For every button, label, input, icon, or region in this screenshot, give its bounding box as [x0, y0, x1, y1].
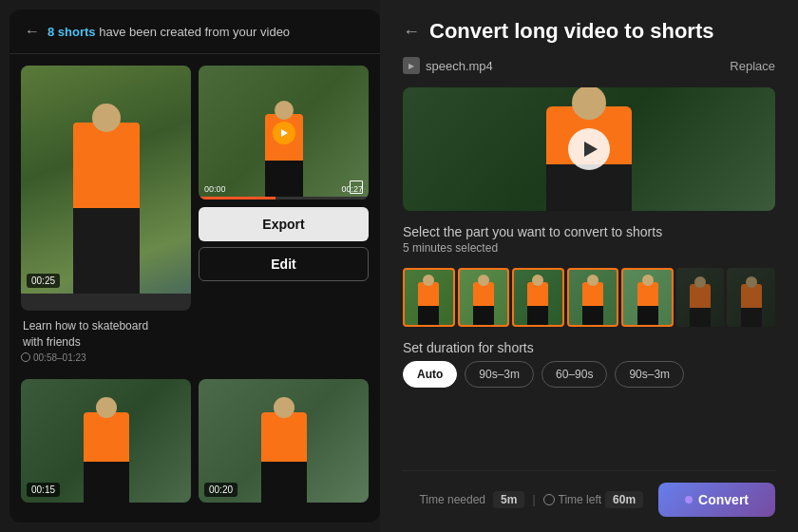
film-person-3 — [582, 282, 603, 325]
duration-60-90s[interactable]: 60–90s — [542, 361, 607, 388]
film-frame-2[interactable] — [512, 268, 564, 327]
time-left-value: 60m — [605, 491, 643, 508]
film-frame-4[interactable] — [621, 268, 674, 327]
film-frame-5[interactable] — [676, 268, 725, 327]
export-button[interactable]: Export — [199, 207, 369, 241]
right-header: ← Convert long video to shorts — [403, 19, 775, 44]
caption-area: Learn how to skateboardwith friends 00:5… — [21, 318, 191, 371]
right-panel: ← Convert long video to shorts ▶ speech.… — [380, 0, 798, 532]
time-left-info: Time left 60m — [543, 491, 644, 508]
timestamp-badge-2: 00:15 — [27, 483, 60, 497]
film-person-4 — [637, 282, 658, 325]
duration-90s3m-2[interactable]: 90s–3m — [615, 361, 684, 388]
thumb-bg-large: 00:25 — [21, 66, 191, 294]
caption-time: 00:58–01:23 — [21, 352, 191, 363]
time-left-label: Time left — [559, 493, 602, 506]
back-arrow-right[interactable]: ← — [403, 22, 420, 42]
film-person-1 — [473, 282, 494, 325]
duration-90s3m-1[interactable]: 90s–3m — [465, 361, 534, 388]
film-person-6 — [741, 284, 762, 327]
thumbnail-bottom-right[interactable]: 00:20 — [199, 379, 369, 503]
film-frame-0[interactable] — [403, 268, 455, 327]
fullscreen-icon[interactable] — [350, 180, 363, 194]
clock-icon — [21, 352, 30, 362]
person-head-top-right — [275, 101, 294, 120]
time-start: 00:00 — [204, 184, 226, 194]
back-arrow-left[interactable]: ← — [25, 23, 40, 40]
film-person-2 — [527, 282, 548, 325]
film-head-4 — [642, 275, 654, 286]
timestamp-badge-0: 00:25 — [27, 274, 60, 288]
convert-btn-dot — [685, 496, 693, 504]
convert-btn-label: Convert — [698, 492, 749, 507]
video-preview — [403, 87, 775, 211]
thumbnail-top-right[interactable]: 00:00 00:27 — [199, 66, 369, 200]
page-title: Convert long video to shorts — [429, 19, 713, 44]
file-name: speech.mp4 — [426, 59, 493, 73]
time-needed-label: Time needed — [419, 493, 485, 506]
person-silhouette-large — [73, 123, 140, 294]
film-frame-3[interactable] — [567, 268, 619, 327]
duration-section: Set duration for shorts Auto 90s–3m 60–9… — [403, 340, 775, 388]
clock-icon-right — [543, 494, 555, 505]
person-head-bottom-right — [274, 397, 294, 418]
person-bottom-right — [261, 412, 307, 503]
thumbnail-large[interactable]: 00:25 — [21, 66, 191, 311]
film-head-0 — [423, 275, 434, 286]
header-suffix: have been created from your video — [99, 25, 290, 39]
header-text: 8 shorts have been created from your vid… — [48, 25, 290, 39]
play-btn-top-right[interactable] — [273, 122, 295, 144]
duration-auto[interactable]: Auto — [403, 361, 457, 388]
film-frame-1[interactable] — [458, 268, 510, 327]
time-info: Time needed 5m | Time left 60m — [419, 491, 643, 508]
edit-button[interactable]: Edit — [199, 247, 369, 281]
time-range-display: 00:00 00:27 — [204, 184, 363, 194]
shorts-count: 8 shorts — [48, 25, 96, 39]
time-needed-value: 5m — [493, 491, 524, 508]
replace-button[interactable]: Replace — [730, 59, 775, 73]
duration-options: Auto 90s–3m 60–90s 90s–3m — [403, 361, 775, 388]
thumb-actions: Export Edit — [199, 207, 369, 311]
video-play-button[interactable] — [568, 128, 610, 170]
bottom-bar: Time needed 5m | Time left 60m Convert — [403, 470, 775, 517]
film-head-5 — [694, 276, 706, 288]
select-label: Select the part you want to convert to s… — [403, 224, 775, 239]
left-panel: ← 8 shorts have been created from your v… — [10, 10, 380, 522]
selected-text: 5 minutes selected — [403, 241, 775, 255]
file-row: ▶ speech.mp4 Replace — [403, 57, 775, 74]
left-header: ← 8 shorts have been created from your v… — [10, 10, 380, 54]
film-frame-6[interactable] — [727, 268, 775, 327]
film-head-6 — [746, 276, 757, 288]
filmstrip[interactable] — [403, 268, 775, 327]
file-icon: ▶ — [403, 57, 420, 74]
film-head-1 — [478, 275, 489, 286]
person-head-large — [92, 104, 121, 132]
video-person-head — [572, 87, 606, 120]
thumbnail-grid: 00:25 Learn how to skateboardwith friend… — [10, 54, 380, 522]
caption-timerange: 00:58–01:23 — [33, 352, 86, 363]
duration-label: Set duration for shorts — [403, 340, 775, 355]
thumbnail-bottom-left[interactable]: 00:15 — [21, 379, 191, 503]
film-person-0 — [418, 282, 439, 325]
select-section: Select the part you want to convert to s… — [403, 224, 775, 255]
person-bottom-left — [84, 412, 129, 503]
timestamp-badge-3: 00:20 — [204, 483, 238, 497]
film-head-2 — [532, 275, 543, 286]
person-head-bottom-left — [96, 397, 117, 418]
film-person-5 — [690, 284, 711, 327]
convert-button[interactable]: Convert — [658, 483, 775, 517]
time-divider: | — [532, 493, 535, 506]
caption-text: Learn how to skateboardwith friends — [21, 318, 191, 352]
bottom-row: 00:15 00:20 — [21, 379, 369, 511]
progress-bar — [199, 197, 369, 200]
film-head-3 — [587, 275, 598, 286]
progress-fill — [199, 197, 276, 200]
file-info: ▶ speech.mp4 — [403, 57, 493, 74]
